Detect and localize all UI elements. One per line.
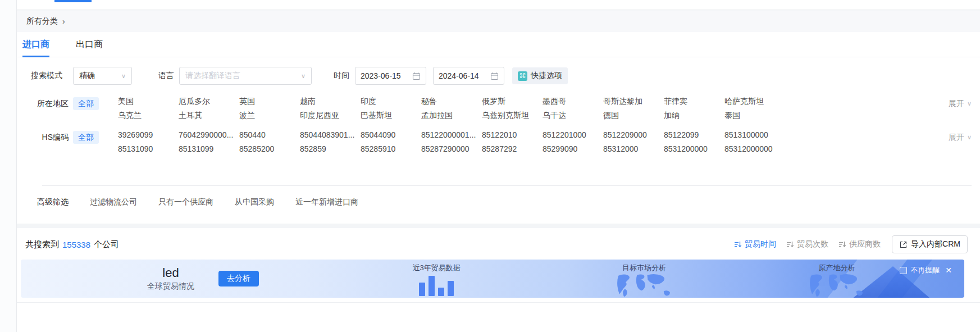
region-item[interactable]: 乌兹别克斯坦 bbox=[482, 111, 543, 125]
analyze-button[interactable]: 去分析 bbox=[218, 271, 259, 286]
end-date-input[interactable]: 2024-06-14 bbox=[433, 67, 504, 85]
tab-exporters-label: 出口商 bbox=[76, 39, 103, 51]
hs-code-item[interactable]: 39269099 bbox=[118, 130, 179, 144]
filter-logistics-option[interactable]: 过滤物流公司 bbox=[90, 197, 137, 207]
start-date-input[interactable]: 2023-06-15 bbox=[355, 67, 426, 85]
quick-options-label: 快捷选项 bbox=[531, 71, 562, 81]
sort-supplier-count[interactable]: 供应商数 bbox=[838, 239, 881, 249]
region-expand-button[interactable]: 展开 ∨ bbox=[949, 97, 972, 111]
region-item[interactable]: 德国 bbox=[603, 111, 664, 125]
left-gutter bbox=[0, 0, 17, 332]
hs-code-item[interactable]: 85299090 bbox=[543, 144, 603, 158]
results-header: 共搜索到 155338 个公司 贸易时间 贸易次数 供应商数 bbox=[17, 228, 980, 254]
sort-trade-count[interactable]: 贸易次数 bbox=[786, 239, 828, 249]
sort-icon bbox=[734, 240, 742, 248]
end-date-value: 2024-06-14 bbox=[439, 71, 479, 80]
region-item[interactable]: 乌干达 bbox=[543, 111, 603, 125]
region-expand-label: 展开 bbox=[949, 97, 964, 111]
region-item[interactable]: 巴基斯坦 bbox=[361, 111, 421, 125]
hs-code-item[interactable]: 85131090 bbox=[118, 144, 179, 158]
region-item[interactable]: 越南 bbox=[300, 97, 361, 111]
hs-code-item[interactable]: 8513100000 bbox=[724, 130, 785, 144]
sort-trade-time[interactable]: 贸易时间 bbox=[734, 239, 776, 249]
language-placeholder: 请选择翻译语言 bbox=[185, 71, 240, 81]
analysis-banner: led 全球贸易情况 去分析 近3年贸易数据 目标市场分析 bbox=[21, 260, 964, 298]
region-item[interactable]: 美国 bbox=[118, 97, 179, 111]
region-item[interactable]: 哥斯达黎加 bbox=[603, 97, 664, 111]
hs-code-item[interactable]: 85044083901... bbox=[300, 130, 361, 144]
hs-code-item[interactable]: 8512201000 bbox=[543, 130, 603, 144]
region-all-tag[interactable]: 全部 bbox=[73, 97, 99, 110]
dont-remind-checkbox[interactable] bbox=[900, 267, 907, 274]
tabs-row: 进口商 出口商 bbox=[17, 32, 980, 57]
hs-code-grid: 39269099 76042990000... 850440 850440839… bbox=[118, 130, 949, 158]
hs-code-item[interactable]: 852859 bbox=[300, 144, 361, 158]
keyword-subtitle: 全球贸易情况 bbox=[129, 281, 213, 292]
region-item[interactable]: 哈萨克斯坦 bbox=[724, 97, 785, 111]
region-item[interactable]: 波兰 bbox=[239, 111, 300, 125]
hs-code-item[interactable]: 850440 bbox=[239, 130, 300, 144]
import-crm-button[interactable]: 导入内部CRM bbox=[892, 235, 968, 253]
chevron-down-icon: ∨ bbox=[301, 72, 306, 80]
region-item[interactable]: 孟加拉国 bbox=[421, 111, 482, 125]
banner-card-title: 近3年贸易数据 bbox=[383, 263, 490, 273]
hs-code-item[interactable]: 85122000001... bbox=[421, 130, 482, 144]
region-item[interactable]: 泰国 bbox=[724, 111, 785, 125]
banner-card-target-market: 目标市场分析 bbox=[591, 263, 698, 298]
hs-code-item[interactable]: 85287292 bbox=[482, 144, 543, 158]
tab-importers[interactable]: 进口商 bbox=[22, 32, 49, 57]
region-item[interactable]: 印度 bbox=[361, 97, 421, 111]
hs-code-item[interactable]: 85122099 bbox=[664, 130, 724, 144]
sort-trade-time-label: 贸易时间 bbox=[745, 239, 776, 249]
single-supplier-option[interactable]: 只有一个供应商 bbox=[158, 197, 213, 207]
sort-icon bbox=[786, 240, 794, 248]
region-item[interactable]: 菲律宾 bbox=[664, 97, 724, 111]
sort-icon bbox=[838, 240, 846, 248]
region-item[interactable]: 加纳 bbox=[664, 111, 724, 125]
hs-code-item[interactable]: 8512209000 bbox=[603, 130, 664, 144]
banner-card-trade-data: 近3年贸易数据 bbox=[383, 263, 490, 296]
region-item[interactable]: 秘鲁 bbox=[421, 97, 482, 111]
tab-exporters[interactable]: 出口商 bbox=[76, 32, 103, 57]
region-filter-row: 所在地区 全部 美国 厄瓜多尔 英国 越南 印度 秘鲁 俄罗斯 墨西哥 哥斯达黎… bbox=[31, 97, 972, 125]
breadcrumb-label: 所有分类 bbox=[26, 16, 58, 26]
filters-card: 进口商 出口商 搜索模式 精确 ∨ 语言 请选择翻译语言 ∨ 时间 2023-0… bbox=[17, 32, 980, 224]
results-count-number: 155338 bbox=[62, 240, 90, 249]
trade-search-page: 所有分类 › 进口商 出口商 搜索模式 精确 ∨ 语言 请选择翻译语言 ∨ 时间… bbox=[0, 0, 980, 332]
close-banner-icon[interactable]: ✕ bbox=[945, 266, 952, 275]
hs-code-item[interactable]: 85287290000 bbox=[421, 144, 482, 158]
hs-code-item[interactable]: 85312000000 bbox=[724, 144, 785, 158]
chevron-down-icon: ∨ bbox=[967, 130, 972, 144]
world-map-icon bbox=[804, 274, 870, 298]
hs-code-item[interactable]: 85122010 bbox=[482, 130, 543, 144]
hs-code-item[interactable]: 85285200 bbox=[239, 144, 300, 158]
region-item[interactable]: 墨西哥 bbox=[543, 97, 603, 111]
region-item[interactable]: 俄罗斯 bbox=[482, 97, 543, 111]
region-item[interactable]: 土耳其 bbox=[179, 111, 239, 125]
hs-code-item[interactable]: 85131099 bbox=[179, 144, 239, 158]
buy-from-china-option[interactable]: 从中国采购 bbox=[235, 197, 274, 207]
start-date-value: 2023-06-15 bbox=[361, 71, 401, 80]
sort-trade-count-label: 贸易次数 bbox=[797, 239, 828, 249]
new-importers-option[interactable]: 近一年新增进口商 bbox=[295, 197, 358, 207]
hs-code-item[interactable]: 8531200000 bbox=[664, 144, 724, 158]
region-grid: 美国 厄瓜多尔 英国 越南 印度 秘鲁 俄罗斯 墨西哥 哥斯达黎加 菲律宾 哈萨… bbox=[118, 97, 949, 125]
chevron-right-icon: › bbox=[62, 17, 65, 26]
hs-all-tag[interactable]: 全部 bbox=[73, 131, 99, 144]
quick-options-button[interactable]: ⌘ 快捷选项 bbox=[512, 67, 568, 84]
hs-code-item[interactable]: 85044090 bbox=[361, 130, 421, 144]
region-item[interactable]: 英国 bbox=[239, 97, 300, 111]
search-mode-select[interactable]: 精确 ∨ bbox=[73, 67, 132, 85]
region-item[interactable]: 乌克兰 bbox=[118, 111, 179, 125]
hs-code-item[interactable]: 85312000 bbox=[603, 144, 664, 158]
hs-code-item[interactable]: 76042990000... bbox=[179, 130, 239, 144]
search-mode-label: 搜索模式 bbox=[31, 71, 68, 81]
region-item[interactable]: 印度尼西亚 bbox=[300, 111, 361, 125]
language-select[interactable]: 请选择翻译语言 ∨ bbox=[179, 67, 312, 85]
hs-expand-button[interactable]: 展开 ∨ bbox=[949, 130, 972, 144]
hs-code-item[interactable]: 85285910 bbox=[361, 144, 421, 158]
advanced-filter-row: 高级筛选 过滤物流公司 只有一个供应商 从中国采购 近一年新增进口商 bbox=[31, 194, 980, 211]
region-item[interactable]: 厄瓜多尔 bbox=[179, 97, 239, 111]
breadcrumb[interactable]: 所有分类 › bbox=[17, 11, 980, 32]
tab-importers-label: 进口商 bbox=[22, 39, 49, 51]
